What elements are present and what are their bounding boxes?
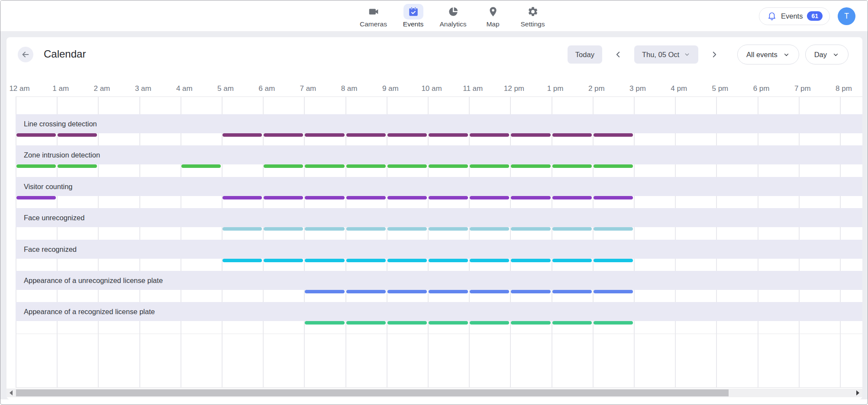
nav-item-analytics[interactable]: Analytics bbox=[437, 4, 469, 28]
hour-axis-label: 11 am bbox=[463, 84, 483, 93]
event-bar-segment[interactable] bbox=[223, 227, 262, 231]
event-row-label: Face unrecognized bbox=[16, 208, 862, 227]
event-row: Line crossing detection bbox=[16, 114, 862, 133]
event-bar-segment[interactable] bbox=[511, 133, 550, 137]
event-row-label: Line crossing detection bbox=[16, 114, 862, 133]
event-bar-segment[interactable] bbox=[264, 133, 303, 137]
event-bar-segment[interactable] bbox=[16, 164, 56, 168]
event-bar-segment[interactable] bbox=[552, 164, 592, 168]
event-bar-segment[interactable] bbox=[305, 164, 344, 168]
today-button[interactable]: Today bbox=[568, 45, 602, 64]
event-bar-segment[interactable] bbox=[511, 164, 550, 168]
page-title: Calendar bbox=[44, 48, 86, 60]
event-bar-segment[interactable] bbox=[387, 321, 427, 325]
event-bar-segment[interactable] bbox=[552, 259, 592, 262]
horizontal-scrollbar[interactable] bbox=[6, 389, 862, 397]
event-bar-segment[interactable] bbox=[552, 133, 592, 137]
event-bar-segment[interactable] bbox=[387, 259, 427, 262]
event-bar-segment[interactable] bbox=[16, 196, 56, 199]
event-bar-segment[interactable] bbox=[181, 164, 221, 168]
date-picker-button[interactable]: Thu, 05 Oct bbox=[634, 45, 698, 64]
nav-item-cameras[interactable]: Cameras bbox=[358, 4, 390, 28]
event-bar-segment[interactable] bbox=[594, 196, 633, 199]
event-bar-segment[interactable] bbox=[58, 164, 97, 168]
scrollbar-thumb[interactable] bbox=[16, 389, 729, 396]
event-bar-segment[interactable] bbox=[387, 227, 427, 231]
event-bar-segment[interactable] bbox=[264, 164, 303, 168]
event-bar-segment[interactable] bbox=[387, 290, 427, 293]
event-bar-segment[interactable] bbox=[264, 196, 303, 199]
event-bar-segment[interactable] bbox=[305, 227, 344, 231]
event-type-filter-dropdown[interactable]: All events bbox=[737, 45, 799, 64]
nav-item-events[interactable]: Events bbox=[397, 4, 429, 28]
event-bar-segment[interactable] bbox=[305, 259, 344, 262]
event-bar-segment[interactable] bbox=[511, 259, 550, 262]
event-bar-segment[interactable] bbox=[305, 133, 344, 137]
event-bar-segment[interactable] bbox=[552, 321, 592, 325]
event-bar-segment[interactable] bbox=[594, 227, 633, 231]
event-bar-segment[interactable] bbox=[594, 133, 633, 137]
event-bar-segment[interactable] bbox=[264, 227, 303, 231]
hour-axis-label: 3 pm bbox=[629, 84, 646, 93]
event-bar-segment[interactable] bbox=[429, 321, 468, 325]
event-bar-segment[interactable] bbox=[429, 164, 468, 168]
event-bar-segment[interactable] bbox=[429, 259, 468, 262]
event-row-label: Appearance of a unrecognized license pla… bbox=[16, 271, 862, 290]
event-bar-segment[interactable] bbox=[346, 321, 386, 325]
view-mode-dropdown[interactable]: Day bbox=[805, 45, 849, 64]
event-bar-segment[interactable] bbox=[346, 164, 386, 168]
event-bar-segment[interactable] bbox=[223, 133, 262, 137]
top-app-bar: CamerasEventsAnalyticsMapSettings Events… bbox=[0, 0, 868, 32]
nav-item-settings[interactable]: Settings bbox=[517, 4, 549, 28]
nav-item-map[interactable]: Map bbox=[477, 4, 509, 28]
event-bar-segment[interactable] bbox=[511, 321, 550, 325]
event-bar-segment[interactable] bbox=[305, 196, 344, 199]
event-bar-segment[interactable] bbox=[470, 259, 509, 262]
event-bar-segment[interactable] bbox=[511, 227, 550, 231]
event-bar-segment[interactable] bbox=[58, 133, 97, 137]
event-bar-segment[interactable] bbox=[594, 164, 633, 168]
event-bar-segment[interactable] bbox=[470, 290, 509, 293]
event-row: Face unrecognized bbox=[16, 208, 862, 227]
event-bar-segment[interactable] bbox=[429, 196, 468, 199]
event-bar-segment[interactable] bbox=[16, 133, 56, 137]
event-bar-segment[interactable] bbox=[429, 133, 468, 137]
event-row-label: Face recognized bbox=[16, 240, 862, 259]
chevron-right-icon[interactable] bbox=[709, 49, 720, 60]
event-bar-segment[interactable] bbox=[346, 227, 386, 231]
avatar[interactable]: T bbox=[838, 7, 855, 25]
event-bar-segment[interactable] bbox=[387, 133, 427, 137]
back-button[interactable] bbox=[18, 47, 33, 62]
event-bar-segment[interactable] bbox=[346, 290, 386, 293]
event-bar-segment[interactable] bbox=[470, 227, 509, 231]
scroll-left-arrow-icon[interactable] bbox=[10, 390, 13, 395]
hour-axis-label: 4 pm bbox=[671, 84, 687, 93]
event-bar-segment[interactable] bbox=[470, 321, 509, 325]
event-bar-segment[interactable] bbox=[387, 164, 427, 168]
events-notifications-button[interactable]: Events 61 bbox=[759, 7, 830, 25]
scroll-right-arrow-icon[interactable] bbox=[856, 390, 859, 395]
event-bar-segment[interactable] bbox=[470, 133, 509, 137]
event-bar-segment[interactable] bbox=[264, 259, 303, 262]
event-bar-segment[interactable] bbox=[511, 290, 550, 293]
event-bar-segment[interactable] bbox=[223, 259, 262, 262]
event-bar-segment[interactable] bbox=[594, 290, 633, 293]
event-bar-segment[interactable] bbox=[552, 196, 592, 199]
event-bar-segment[interactable] bbox=[305, 321, 344, 325]
event-bar-segment[interactable] bbox=[470, 196, 509, 199]
event-bar-segment[interactable] bbox=[594, 321, 633, 325]
event-bar-segment[interactable] bbox=[470, 164, 509, 168]
event-bar-segment[interactable] bbox=[511, 196, 550, 199]
event-bar-segment[interactable] bbox=[552, 290, 592, 293]
event-bar-segment[interactable] bbox=[429, 227, 468, 231]
event-bar-segment[interactable] bbox=[387, 196, 427, 199]
event-bar-segment[interactable] bbox=[429, 290, 468, 293]
event-bar-segment[interactable] bbox=[552, 227, 592, 231]
event-bar-segment[interactable] bbox=[346, 196, 386, 199]
chevron-left-icon[interactable] bbox=[613, 49, 624, 60]
event-bar-segment[interactable] bbox=[305, 290, 344, 293]
event-bar-segment[interactable] bbox=[346, 259, 386, 262]
event-bar-segment[interactable] bbox=[223, 196, 262, 199]
event-bar-segment[interactable] bbox=[346, 133, 386, 137]
event-bar-segment[interactable] bbox=[594, 259, 633, 262]
